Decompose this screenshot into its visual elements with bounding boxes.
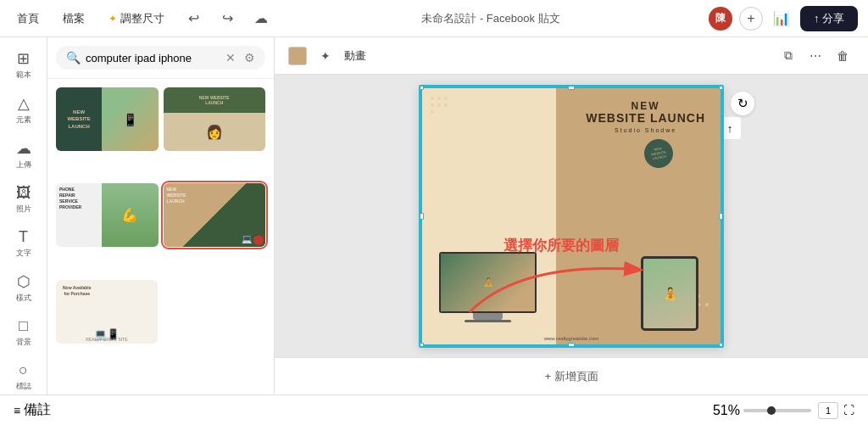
canvas-more-button[interactable]: ⋯ [804, 44, 827, 68]
top-bar-left: 首頁 檔案 ✦ 調整尺寸 ↩ ↪ ☁ [10, 7, 273, 31]
sidebar-item-text[interactable]: T 文字 [5, 223, 42, 264]
search-panel: 🔍 ✕ ⚙ NEWWEBSITELAUNCH 📱 [47, 37, 275, 394]
top-bar: 首頁 檔案 ✦ 調整尺寸 ↩ ↪ ☁ 未命名設計 - Facebook 貼文 陳… [0, 0, 868, 37]
canvas-delete-button[interactable]: 🗑 [831, 44, 854, 68]
svg-point-11 [705, 303, 709, 306]
search-icon: 🔍 [66, 51, 81, 64]
footer-right: 51% 1 ⛶ [713, 402, 854, 419]
sidebar-item-photos[interactable]: 🖼 照片 [5, 179, 42, 220]
canvas-title-studio: Studio Shodwe [586, 127, 705, 133]
template-card-1[interactable]: NEWWEBSITELAUNCH 📱 [56, 87, 159, 151]
notes-icon: ≡ [14, 404, 20, 417]
notes-button[interactable]: ≡ 備註 [14, 401, 51, 419]
zoom-thumb[interactable] [767, 406, 776, 415]
share-button[interactable]: ↑ 分享 [800, 6, 858, 31]
fullscreen-button[interactable]: ⛶ [843, 404, 854, 417]
canvas-frame[interactable]: NEW WEBSITE LAUNCH Studio Shodwe 🧘 [419, 85, 724, 348]
svg-point-3 [431, 103, 434, 107]
canvas-viewport: ⧉ ↑ [275, 75, 868, 357]
search-clear-button[interactable]: ✕ [225, 51, 236, 64]
search-filter-button[interactable]: ⚙ [244, 51, 255, 64]
canvas-toolbar-right: ⧉ ⋯ 🗑 [776, 44, 854, 68]
canvas-ipad: 🧘 [641, 256, 698, 331]
notes-label: 備註 [24, 401, 51, 419]
photos-icon: 🖼 [16, 184, 31, 202]
canvas-monitor: 🧘 [439, 252, 537, 322]
template-card-3[interactable]: PHONEREPAIRSERVICEPROVIDER 💪 [56, 183, 159, 247]
elements-icon: △ [18, 94, 30, 113]
doc-title: 未命名設計 - Facebook 貼文 [280, 11, 702, 26]
home-button[interactable]: 首頁 [10, 8, 46, 30]
stats-button[interactable]: 📊 [770, 7, 793, 31]
star-icon: ✦ [108, 13, 117, 25]
sidebar-item-logo[interactable]: ○ 標誌 [5, 356, 42, 394]
main-area: ⊞ 範本 △ 元素 ☁ 上傳 🖼 照片 T 文字 ⬡ 樣式 □ 背景 ○ 標誌 [0, 37, 868, 394]
styles-icon: ⬡ [17, 272, 31, 291]
canvas-title-area: NEW WEBSITE LAUNCH Studio Shodwe [586, 100, 705, 133]
canvas-toolbar: ✦ 動畫 ⧉ ⋯ 🗑 [275, 37, 868, 75]
handle-ml[interactable] [419, 213, 424, 220]
canvas-dots-topleft [429, 95, 463, 132]
sidebar-item-background[interactable]: □ 背景 [5, 312, 42, 353]
bottom-bar: + 新增頁面 [275, 357, 868, 394]
file-button[interactable]: 檔案 [56, 8, 92, 30]
text-icon: T [19, 228, 28, 246]
left-sidebar: ⊞ 範本 △ 元素 ☁ 上傳 🖼 照片 T 文字 ⬡ 樣式 □ 背景 ○ 標誌 [0, 37, 47, 394]
svg-point-2 [444, 97, 448, 100]
handle-tl[interactable] [419, 85, 424, 90]
redo-button[interactable]: ↪ [215, 7, 239, 31]
handle-bm[interactable] [568, 343, 575, 348]
handle-mr[interactable] [719, 213, 724, 220]
background-icon: □ [19, 317, 28, 335]
handle-br[interactable] [719, 343, 724, 348]
page-nav: 1 ⛶ [818, 402, 854, 419]
canvas-frame-wrapper: NEW WEBSITE LAUNCH Studio Shodwe 🧘 [419, 85, 724, 348]
svg-point-5 [431, 110, 434, 114]
upload-icon: ☁ [16, 139, 31, 158]
svg-point-4 [437, 103, 441, 107]
template-card-2[interactable]: NEW WEBSITELAUNCH 👩 [164, 87, 266, 151]
sidebar-item-upload[interactable]: ☁ 上傳 [5, 134, 42, 176]
canvas-copy-button[interactable]: ⧉ [776, 44, 800, 68]
top-bar-right: 陳 + 📊 ↑ 分享 [709, 6, 858, 31]
sidebar-item-elements[interactable]: △ 元素 [5, 89, 42, 131]
svg-point-6 [444, 103, 448, 107]
page-number[interactable]: 1 [818, 402, 838, 419]
templates-icon: ⊞ [17, 49, 30, 68]
search-box: 🔍 ✕ ⚙ [56, 46, 265, 70]
zoom-percent: 51% [713, 403, 740, 418]
zoom-control: 51% [713, 403, 811, 418]
footer: ≡ 備註 51% 1 ⛶ [0, 394, 868, 425]
cloud-save-button[interactable]: ☁ [249, 7, 273, 31]
canvas-area: ✦ 動畫 ⧉ ⋯ 🗑 ⧉ ↑ [275, 37, 868, 394]
handle-bl[interactable] [419, 343, 424, 348]
svg-point-0 [431, 97, 434, 100]
template-grid: NEWWEBSITELAUNCH 📱 NEW WEBSITELAUNCH 👩 [47, 79, 274, 379]
logo-icon: ○ [19, 361, 28, 379]
canvas-title-website: WEBSITE LAUNCH [586, 112, 705, 125]
sidebar-item-templates[interactable]: ⊞ 範本 [5, 44, 42, 86]
animation-label[interactable]: 動畫 [344, 48, 366, 64]
add-page-button[interactable]: + 新增頁面 [288, 369, 854, 384]
handle-tr[interactable] [719, 85, 724, 90]
panel-search-area: 🔍 ✕ ⚙ [47, 37, 274, 79]
canvas-title-new: NEW [586, 100, 705, 112]
add-collaborator-button[interactable]: + [739, 7, 763, 31]
animation-icon: ✦ [314, 44, 337, 68]
template-card-4[interactable]: NEWWEBSITELAUNCH 💻📱 [164, 183, 266, 247]
search-input[interactable] [86, 52, 220, 64]
canvas-badge: NEWWEBSITELAUNCH [644, 139, 673, 168]
svg-point-1 [437, 97, 441, 100]
canvas-url: www.reallygreatsite.com [420, 336, 722, 341]
zoom-slider[interactable] [743, 409, 811, 412]
resize-button[interactable]: ✦ 調整尺寸 [102, 8, 171, 30]
color-swatch[interactable] [288, 47, 307, 65]
template-card-5[interactable]: Now Availablefor Purchase 💻📱 REALLY GREA… [56, 280, 158, 344]
sidebar-item-styles[interactable]: ⬡ 樣式 [5, 267, 42, 309]
undo-button[interactable]: ↩ [181, 7, 205, 31]
handle-tm[interactable] [568, 85, 575, 90]
canvas-refresh-button[interactable]: ↻ [731, 92, 754, 115]
avatar[interactable]: 陳 [709, 7, 732, 31]
